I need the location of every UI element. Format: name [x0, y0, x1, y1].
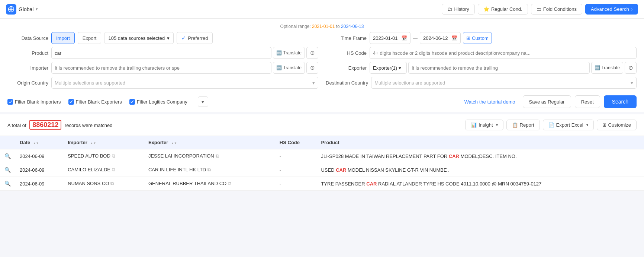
cell-hscode: - — [275, 149, 317, 163]
export-tab[interactable]: Export — [78, 32, 102, 44]
custom-icon: ⊞ — [466, 35, 470, 41]
global-dropdown-arrow[interactable]: ▾ — [36, 7, 38, 12]
exporter-copy-icon[interactable]: ⧉ — [216, 153, 219, 159]
calendar-icon: 📅 — [401, 35, 407, 41]
hscode-label: HS Code — [326, 50, 367, 56]
table-row: 🔍2024-06-09NUMAN SONS CO⧉GENERAL RUBBER … — [0, 177, 644, 191]
exporter-type-dropdown[interactable]: Exporter(1) ▾ — [370, 62, 407, 74]
importer-copy-icon[interactable]: ⧉ — [112, 167, 115, 172]
importer-controls: 🔤 Translate ⊙ — [51, 62, 318, 74]
product-highlight: CAR — [336, 167, 346, 173]
exporter-translate-button[interactable]: 🔤 Translate — [591, 62, 623, 74]
reset-button[interactable]: Reset — [575, 95, 600, 108]
insight-button[interactable]: 📊 Insight — [465, 120, 503, 130]
data-source-row: Data Source Import Export 105 data sourc… — [7, 32, 318, 44]
form-grid: Data Source Import Export 105 data sourc… — [7, 32, 637, 89]
row-search-icon[interactable]: 🔍 — [4, 167, 11, 173]
destination-country-dropdown[interactable]: Multiple selections are supported ▾ — [371, 77, 637, 89]
exporter-copy-icon[interactable]: ⧉ — [228, 181, 231, 186]
nav-buttons: 🗂 History ⭐ Regular Cond. 🗃 Fold Conditi… — [442, 4, 638, 15]
importer-search-icon-btn[interactable]: ⊙ — [306, 62, 318, 74]
watch-demo-link[interactable]: Watch the tutorial demo — [464, 99, 515, 105]
row-search-icon[interactable]: 🔍 — [4, 153, 11, 159]
top-bar: Global ▾ 🗂 History ⭐ Regular Cond. 🗃 Fol… — [0, 0, 644, 19]
collapse-button[interactable]: ▾ — [198, 96, 208, 107]
fold-conditions-button[interactable]: 🗃 Fold Conditions — [531, 4, 582, 15]
product-search-icon-btn[interactable]: ⊙ — [306, 47, 318, 59]
cell-exporter: CAR IN LIFE INTL HK LTD⧉ — [144, 163, 275, 177]
data-source-label: Data Source — [7, 35, 48, 41]
results-bar: A total of 8860212 records were matched … — [0, 114, 644, 136]
customize-icon: ⊞ — [602, 122, 606, 128]
results-action-buttons: 📊 Insight 📋 Report 📄 Export Excel ⊞ Cust… — [465, 120, 637, 130]
exporter-sort-icon[interactable]: ▲▼ — [171, 142, 177, 145]
import-tab[interactable]: Import — [51, 32, 75, 44]
date-end-input[interactable]: 2024-06-12 📅 — [420, 32, 461, 44]
global-label: Global — [19, 6, 33, 12]
excel-icon: 📄 — [548, 122, 554, 128]
report-button[interactable]: 📋 Report — [506, 120, 540, 130]
cell-date: 2024-06-09 — [15, 149, 63, 163]
insight-icon: 📊 — [471, 122, 477, 128]
exporter-copy-icon[interactable]: ⧉ — [207, 167, 211, 172]
custom-button[interactable]: ⊞ Custom — [463, 32, 492, 44]
table-row: 🔍2024-06-09SPEED AUTO BOD⧉JESSE LAI INCO… — [0, 149, 644, 163]
cell-product: JLI-SP028 MADE IN TAIWAN REPLACEMENT PAR… — [316, 149, 644, 163]
data-table: Date ▲▼ Importer ▲▼ Exporter ▲▼ HS Code … — [0, 136, 644, 191]
col-product: Product — [316, 136, 644, 149]
col-date[interactable]: Date ▲▼ — [15, 136, 63, 149]
product-highlight: CAR — [449, 153, 459, 159]
filter-blank-importers-checkbox[interactable]: Filter Blank Importers — [7, 99, 61, 105]
row-search-icon[interactable]: 🔍 — [4, 181, 11, 187]
action-buttons: Watch the tutorial demo Save as Regular … — [464, 95, 637, 108]
check-icon: ✓ — [181, 35, 186, 41]
save-regular-button[interactable]: Save as Regular — [523, 95, 571, 108]
col-hscode: HS Code — [275, 136, 317, 149]
date-sort-icon[interactable]: ▲▼ — [33, 142, 39, 145]
advanced-search-button[interactable]: Advanced Search › — [585, 4, 638, 15]
preferred-button[interactable]: ✓ Preferred — [177, 32, 213, 44]
cell-product: USED CAR MODEL NISSAN SKYLINE GT-R VIN N… — [316, 163, 644, 177]
importer-translate-button[interactable]: 🔤 Translate — [273, 62, 305, 74]
date-start-input[interactable]: 2023-01-01 📅 — [370, 32, 410, 44]
exporter-label: Exporter — [326, 65, 367, 71]
history-button[interactable]: 🗂 History — [442, 4, 474, 15]
results-summary: A total of 8860212 records were matched — [7, 121, 113, 129]
hscode-input[interactable] — [370, 47, 637, 59]
cell-importer: NUMAN SONS CO⧉ — [63, 177, 144, 191]
product-translate-button[interactable]: 🔤 Translate — [273, 47, 305, 59]
col-importer[interactable]: Importer ▲▼ — [63, 136, 144, 149]
exporter-input[interactable] — [408, 62, 590, 74]
importer-copy-icon[interactable]: ⧉ — [112, 153, 115, 159]
cell-date: 2024-06-09 — [15, 163, 63, 177]
col-action — [0, 136, 15, 149]
checkbox-icon-logistics — [129, 99, 135, 105]
cell-hscode: - — [275, 163, 317, 177]
importer-sort-icon[interactable]: ▲▼ — [90, 142, 96, 145]
exporter-dropdown-arrow: ▾ — [399, 65, 401, 71]
origin-country-label: Origin Country — [7, 80, 48, 86]
exporter-search-icon-btn[interactable]: ⊙ — [625, 62, 637, 74]
regular-cond-button[interactable]: ⭐ Regular Cond. — [478, 4, 528, 15]
product-controls: 🔤 Translate ⊙ — [51, 47, 318, 59]
brand-area: Global ▾ — [6, 4, 38, 15]
importer-input[interactable] — [51, 62, 271, 74]
cell-date: 2024-06-09 — [15, 177, 63, 191]
customize-button[interactable]: ⊞ Customize — [597, 120, 637, 130]
datasource-controls: Import Export 105 data sources selected … — [51, 32, 318, 44]
col-exporter[interactable]: Exporter ▲▼ — [144, 136, 275, 149]
sources-dropdown[interactable]: 105 data sources selected ▾ — [104, 32, 174, 44]
filter-logistics-checkbox[interactable]: Filter Logitics Company — [129, 99, 187, 105]
export-excel-button[interactable]: 📄 Export Excel — [543, 120, 594, 130]
search-panel: Optional range: 2021-01-01 to 2024-06-13… — [0, 19, 644, 112]
origin-country-dropdown[interactable]: Multiple selections are supported ▾ — [51, 77, 318, 89]
importer-row: Importer 🔤 Translate ⊙ — [7, 62, 318, 74]
filter-blank-exporters-checkbox[interactable]: Filter Blank Exporters — [68, 99, 122, 105]
product-row: Product 🔤 Translate ⊙ — [7, 47, 318, 59]
product-input[interactable] — [51, 47, 271, 59]
importer-label: Importer — [7, 65, 48, 71]
checkbox-icon-importers — [7, 99, 13, 105]
search-button[interactable]: Search — [604, 95, 637, 108]
results-count: 8860212 — [29, 120, 61, 130]
importer-copy-icon[interactable]: ⧉ — [110, 181, 114, 186]
